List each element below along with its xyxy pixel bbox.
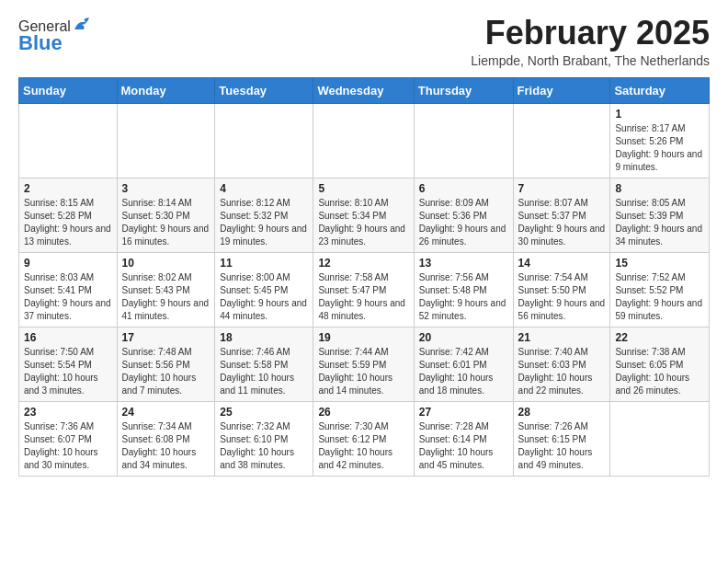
day-info: Sunrise: 8:02 AM Sunset: 5:43 PM Dayligh… <box>122 271 210 323</box>
calendar-cell: 12Sunrise: 7:58 AM Sunset: 5:47 PM Dayli… <box>313 252 414 327</box>
day-info: Sunrise: 7:38 AM Sunset: 6:05 PM Dayligh… <box>615 346 704 397</box>
day-info: Sunrise: 7:44 AM Sunset: 5:59 PM Dayligh… <box>318 346 408 397</box>
calendar-cell <box>610 401 710 476</box>
day-number: 24 <box>122 406 210 419</box>
day-number: 12 <box>318 257 408 270</box>
month-title: February 2025 <box>471 15 710 52</box>
day-info: Sunrise: 8:00 AM Sunset: 5:45 PM Dayligh… <box>220 271 308 323</box>
day-number: 7 <box>518 182 606 195</box>
calendar-cell: 22Sunrise: 7:38 AM Sunset: 6:05 PM Dayli… <box>610 327 710 401</box>
day-info: Sunrise: 7:56 AM Sunset: 5:48 PM Dayligh… <box>419 271 508 323</box>
day-info: Sunrise: 8:15 AM Sunset: 5:28 PM Dayligh… <box>24 197 112 248</box>
calendar-cell: 15Sunrise: 7:52 AM Sunset: 5:52 PM Dayli… <box>610 252 710 327</box>
day-info: Sunrise: 8:17 AM Sunset: 5:26 PM Dayligh… <box>615 122 704 174</box>
day-number: 23 <box>24 406 112 419</box>
calendar-cell: 17Sunrise: 7:48 AM Sunset: 5:56 PM Dayli… <box>117 327 215 401</box>
day-header-saturday: Saturday <box>610 77 710 103</box>
day-info: Sunrise: 7:48 AM Sunset: 5:56 PM Dayligh… <box>122 346 210 397</box>
day-info: Sunrise: 8:09 AM Sunset: 5:36 PM Dayligh… <box>419 197 508 248</box>
calendar-cell: 2Sunrise: 8:15 AM Sunset: 5:28 PM Daylig… <box>19 178 118 252</box>
calendar-header-row: SundayMondayTuesdayWednesdayThursdayFrid… <box>19 77 710 103</box>
calendar-cell: 14Sunrise: 7:54 AM Sunset: 5:50 PM Dayli… <box>513 252 610 327</box>
calendar-cell: 7Sunrise: 8:07 AM Sunset: 5:37 PM Daylig… <box>513 178 610 252</box>
day-info: Sunrise: 7:28 AM Sunset: 6:14 PM Dayligh… <box>419 420 508 472</box>
day-number: 16 <box>24 331 112 344</box>
calendar-cell: 6Sunrise: 8:09 AM Sunset: 5:36 PM Daylig… <box>414 178 513 252</box>
header: General Blue February 2025 Liempde, Nort… <box>18 15 710 68</box>
day-header-friday: Friday <box>513 77 610 103</box>
calendar-cell: 9Sunrise: 8:03 AM Sunset: 5:41 PM Daylig… <box>19 252 118 327</box>
day-info: Sunrise: 7:32 AM Sunset: 6:10 PM Dayligh… <box>220 420 308 472</box>
location: Liempde, North Brabant, The Netherlands <box>471 53 710 68</box>
day-number: 21 <box>518 331 606 344</box>
calendar: SundayMondayTuesdayWednesdayThursdayFrid… <box>18 77 710 477</box>
day-number: 5 <box>318 182 408 195</box>
day-info: Sunrise: 8:10 AM Sunset: 5:34 PM Dayligh… <box>318 197 408 248</box>
day-number: 9 <box>24 257 112 270</box>
day-number: 2 <box>24 182 112 195</box>
calendar-cell: 20Sunrise: 7:42 AM Sunset: 6:01 PM Dayli… <box>414 327 513 401</box>
day-number: 26 <box>318 406 408 419</box>
day-info: Sunrise: 7:52 AM Sunset: 5:52 PM Dayligh… <box>615 271 704 323</box>
day-number: 28 <box>518 406 606 419</box>
day-number: 6 <box>419 182 508 195</box>
day-number: 19 <box>318 331 408 344</box>
calendar-cell: 23Sunrise: 7:36 AM Sunset: 6:07 PM Dayli… <box>19 401 118 476</box>
day-number: 22 <box>615 331 704 344</box>
calendar-cell: 19Sunrise: 7:44 AM Sunset: 5:59 PM Dayli… <box>313 327 414 401</box>
day-info: Sunrise: 8:03 AM Sunset: 5:41 PM Dayligh… <box>24 271 112 323</box>
calendar-week-row: 1Sunrise: 8:17 AM Sunset: 5:26 PM Daylig… <box>19 103 710 178</box>
calendar-cell <box>513 103 610 178</box>
calendar-week-row: 23Sunrise: 7:36 AM Sunset: 6:07 PM Dayli… <box>19 401 710 476</box>
calendar-cell: 1Sunrise: 8:17 AM Sunset: 5:26 PM Daylig… <box>610 103 710 178</box>
calendar-cell: 13Sunrise: 7:56 AM Sunset: 5:48 PM Dayli… <box>414 252 513 327</box>
day-number: 4 <box>220 182 308 195</box>
calendar-cell: 27Sunrise: 7:28 AM Sunset: 6:14 PM Dayli… <box>414 401 513 476</box>
calendar-cell: 3Sunrise: 8:14 AM Sunset: 5:30 PM Daylig… <box>117 178 215 252</box>
day-header-sunday: Sunday <box>19 77 118 103</box>
day-number: 20 <box>419 331 508 344</box>
day-header-thursday: Thursday <box>414 77 513 103</box>
day-info: Sunrise: 8:14 AM Sunset: 5:30 PM Dayligh… <box>122 197 210 248</box>
day-number: 1 <box>615 108 704 121</box>
logo: General Blue <box>18 18 93 55</box>
calendar-cell <box>313 103 414 178</box>
calendar-cell: 4Sunrise: 8:12 AM Sunset: 5:32 PM Daylig… <box>215 178 313 252</box>
calendar-cell: 25Sunrise: 7:32 AM Sunset: 6:10 PM Dayli… <box>215 401 313 476</box>
day-info: Sunrise: 7:26 AM Sunset: 6:15 PM Dayligh… <box>518 420 606 472</box>
day-number: 25 <box>220 406 308 419</box>
day-info: Sunrise: 7:42 AM Sunset: 6:01 PM Dayligh… <box>419 346 508 397</box>
calendar-cell <box>414 103 513 178</box>
day-number: 11 <box>220 257 308 270</box>
day-header-wednesday: Wednesday <box>313 77 414 103</box>
day-header-tuesday: Tuesday <box>215 77 313 103</box>
day-info: Sunrise: 7:46 AM Sunset: 5:58 PM Dayligh… <box>220 346 308 397</box>
day-number: 10 <box>122 257 210 270</box>
day-number: 15 <box>615 257 704 270</box>
day-number: 13 <box>419 257 508 270</box>
day-info: Sunrise: 7:58 AM Sunset: 5:47 PM Dayligh… <box>318 271 408 323</box>
calendar-cell: 8Sunrise: 8:05 AM Sunset: 5:39 PM Daylig… <box>610 178 710 252</box>
day-info: Sunrise: 7:30 AM Sunset: 6:12 PM Dayligh… <box>318 420 408 472</box>
day-info: Sunrise: 8:12 AM Sunset: 5:32 PM Dayligh… <box>220 197 308 248</box>
calendar-cell: 24Sunrise: 7:34 AM Sunset: 6:08 PM Dayli… <box>117 401 215 476</box>
day-number: 3 <box>122 182 210 195</box>
calendar-cell <box>19 103 118 178</box>
title-section: February 2025 Liempde, North Brabant, Th… <box>471 15 710 68</box>
day-info: Sunrise: 7:40 AM Sunset: 6:03 PM Dayligh… <box>518 346 606 397</box>
day-info: Sunrise: 8:05 AM Sunset: 5:39 PM Dayligh… <box>615 197 704 248</box>
calendar-week-row: 9Sunrise: 8:03 AM Sunset: 5:41 PM Daylig… <box>19 252 710 327</box>
day-info: Sunrise: 7:36 AM Sunset: 6:07 PM Dayligh… <box>24 420 112 472</box>
calendar-cell: 21Sunrise: 7:40 AM Sunset: 6:03 PM Dayli… <box>513 327 610 401</box>
logo-blue-text: Blue <box>18 31 63 55</box>
calendar-cell: 11Sunrise: 8:00 AM Sunset: 5:45 PM Dayli… <box>215 252 313 327</box>
calendar-week-row: 2Sunrise: 8:15 AM Sunset: 5:28 PM Daylig… <box>19 178 710 252</box>
calendar-cell: 16Sunrise: 7:50 AM Sunset: 5:54 PM Dayli… <box>19 327 118 401</box>
day-info: Sunrise: 8:07 AM Sunset: 5:37 PM Dayligh… <box>518 197 606 248</box>
day-number: 14 <box>518 257 606 270</box>
calendar-cell: 26Sunrise: 7:30 AM Sunset: 6:12 PM Dayli… <box>313 401 414 476</box>
page: General Blue February 2025 Liempde, Nort… <box>0 0 728 491</box>
calendar-cell <box>117 103 215 178</box>
day-info: Sunrise: 7:50 AM Sunset: 5:54 PM Dayligh… <box>24 346 112 397</box>
calendar-cell: 10Sunrise: 8:02 AM Sunset: 5:43 PM Dayli… <box>117 252 215 327</box>
